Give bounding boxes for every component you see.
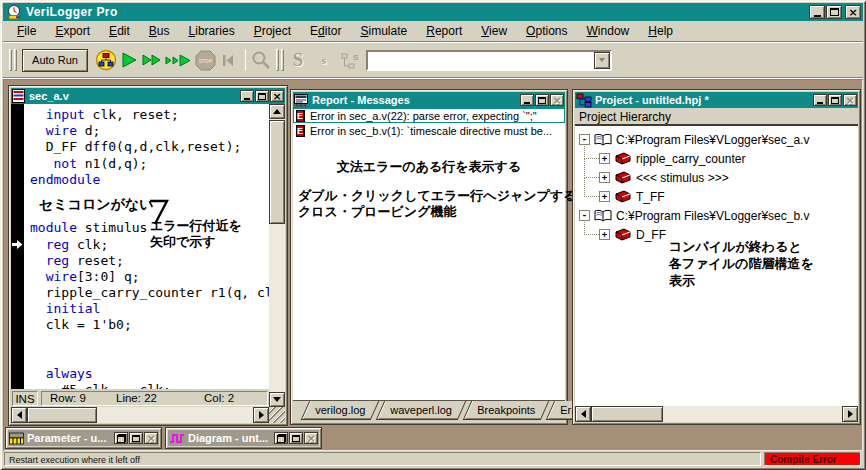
hscroll-thumb[interactable] [27,407,97,423]
error-row[interactable]: EError in sec_a.v(22): parse error, expe… [293,108,565,123]
project-titlebar[interactable]: Project - untitled.hpj * × [575,92,858,108]
scroll-down-icon[interactable] [269,392,285,407]
menu-item-options[interactable]: Options [517,22,577,40]
red-book-icon [614,152,632,165]
tree-file-row[interactable]: -C:¥Program Files¥VLogger¥sec_a.v [575,130,858,149]
project-hscrollbar[interactable] [575,406,858,422]
main-titlebar[interactable]: VeriLogger Pro × [3,3,863,21]
menu-item-window[interactable]: Window [578,22,640,40]
maximize-icon[interactable] [535,94,549,106]
expand-icon[interactable]: + [599,172,610,183]
restore-icon[interactable] [274,432,288,444]
annotation-line2: 矢印で示す [150,234,242,250]
editor-gutter [11,104,24,389]
close-icon[interactable]: × [270,90,284,102]
run-to-end-icon[interactable] [165,48,192,72]
app-title: VeriLogger Pro [26,5,118,19]
collapse-icon[interactable]: - [579,210,590,221]
menu-item-export[interactable]: Export [46,22,100,40]
toolbar-grip[interactable] [276,49,284,71]
annotation-compile-note: コンパイルが終わると 各ファイルの階層構造を 表示 [669,238,814,289]
scope-combobox-value[interactable] [368,52,594,69]
zoom-icon [251,48,272,72]
error-text: Error in sec_b.v(1): `timescale directiv… [310,125,552,137]
scope-combobox[interactable] [366,50,612,71]
hscroll-thumb[interactable] [591,406,663,422]
document-icon [12,89,26,103]
minimize-icon[interactable] [520,94,534,106]
auto-run-button[interactable]: Auto Run [22,49,88,72]
parameter-title: Parameter - u... [27,432,113,444]
restore-icon[interactable] [114,432,128,444]
maximize-icon[interactable] [289,432,303,444]
minimized-window-diagram: Diagram - unt... × [165,427,322,449]
hierarchy-run-icon[interactable] [95,48,117,72]
tab-waveperl-log[interactable]: waveperl.log [376,401,466,420]
menu-item-simulate[interactable]: Simulate [351,22,417,40]
scroll-left-icon[interactable] [575,406,591,422]
expand-icon[interactable]: + [599,191,610,202]
combobox-dropdown-icon[interactable] [594,52,610,69]
expand-icon[interactable]: + [599,153,610,164]
maximize-icon[interactable] [129,432,143,444]
editor-vscrollbar[interactable] [269,104,285,407]
expand-icon[interactable]: + [599,229,610,240]
error-row[interactable]: EError in sec_b.v(1): `timescale directi… [293,123,565,138]
menu-item-editor[interactable]: Editor [301,22,351,40]
tree-module-row[interactable]: +ripple_carry_counter [575,149,858,168]
parameter-icon [9,432,24,445]
menu-bar: FileExportEditBusLibrariesProjectEditorS… [3,21,863,42]
vscroll-thumb[interactable] [269,120,285,224]
tab-verilog-log[interactable]: verilog.log [301,401,380,420]
close-icon[interactable]: × [550,94,564,106]
editor-titlebar[interactable]: sec_a.v × [11,88,285,104]
minimize-icon[interactable] [809,5,825,19]
red-book-icon [614,228,632,241]
parameter-titlebar[interactable]: Parameter - u... × [8,430,159,446]
diagram-titlebar[interactable]: Diagram - unt... × [168,430,319,446]
close-icon[interactable]: × [144,432,158,444]
resize-grip[interactable] [269,407,285,423]
run-fast-forward-icon[interactable] [141,48,162,72]
scroll-up-icon[interactable] [269,104,285,119]
menu-item-report[interactable]: Report [417,22,472,40]
scroll-right-icon[interactable] [253,407,269,423]
run-icon[interactable] [120,48,138,72]
menu-item-help[interactable]: Help [639,22,683,40]
report-content: EError in sec_a.v(22): parse error, expe… [293,108,565,422]
maximize-icon[interactable] [255,90,269,102]
project-title: Project - untitled.hpj * [595,94,812,106]
tree-module-row[interactable]: +<<< stimulus >>> [575,168,858,187]
row-indicator: Row: 9 [50,392,116,404]
svg-text:STOP: STOP [199,57,213,63]
menu-item-edit[interactable]: Edit [100,22,140,40]
scroll-left-icon[interactable] [11,407,27,423]
red-book-icon [614,171,632,184]
maximize-icon[interactable] [826,5,842,19]
menu-item-view[interactable]: View [472,22,517,40]
tab-breakpoints[interactable]: Breakpoints [463,401,550,420]
tree-module-row[interactable]: +T_FF [575,187,858,206]
close-icon[interactable]: × [304,432,318,444]
minimize-icon[interactable] [240,90,254,102]
minimize-icon[interactable] [813,94,827,106]
menu-item-bus[interactable]: Bus [140,22,180,40]
report-titlebar[interactable]: Report - Messages × [293,92,565,108]
code-line: not n1(d,q); [30,156,269,172]
toolbar-grip[interactable] [9,49,17,71]
close-icon[interactable]: × [843,94,857,106]
status-message: Restart execution where it left off [4,452,761,466]
collapse-icon[interactable]: - [579,134,590,145]
current-line-arrow-icon [12,240,23,249]
tree-file-row[interactable]: -C:¥Program Files¥VLogger¥sec_b.v [575,206,858,225]
main-window: VeriLogger Pro × FileExportEditBusLibrar… [0,0,866,470]
maximize-icon[interactable] [828,94,842,106]
menu-item-libraries[interactable]: Libraries [180,22,245,40]
menu-item-project[interactable]: Project [245,22,301,40]
menu-item-file[interactable]: File [8,22,46,40]
close-icon[interactable]: × [845,5,861,19]
scroll-right-icon[interactable] [842,406,858,422]
annotation-line1: コンパイルが終わると [669,238,814,255]
annotation-error-line-note: エラー行付近を 矢印で示す [150,218,242,249]
editor-hscrollbar[interactable] [11,407,285,423]
